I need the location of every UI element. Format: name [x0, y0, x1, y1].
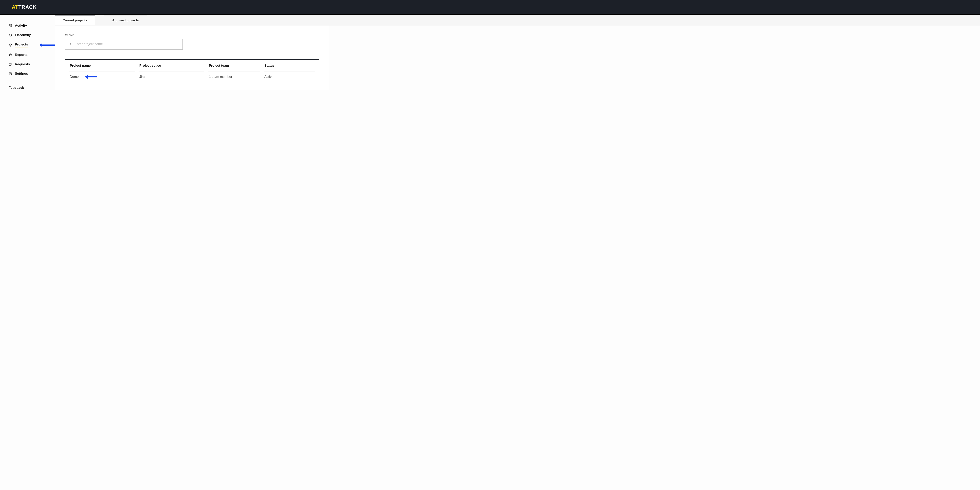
nav-label: Reports	[15, 53, 27, 57]
content: Search Project name Project space Projec…	[55, 25, 329, 90]
sidebar-item-projects[interactable]: Projects	[6, 40, 55, 50]
logo-highlight: AT	[12, 4, 18, 10]
project-team: 1 team member	[208, 72, 260, 82]
projects-table: Project name Project space Project team …	[65, 59, 319, 82]
svg-line-5	[10, 35, 11, 35]
svg-rect-1	[11, 24, 11, 25]
sidebar-item-activity[interactable]: Activity	[6, 21, 55, 30]
nav-label: Requests	[15, 62, 30, 66]
table-row[interactable]: Demo Jira 1 team member Active	[69, 72, 315, 82]
column-header-status: Status	[264, 60, 315, 72]
project-space: Jira	[138, 72, 204, 82]
svg-marker-6	[9, 44, 11, 45]
grid-icon	[9, 24, 12, 27]
request-icon	[9, 62, 12, 66]
pie-chart-icon	[9, 53, 12, 57]
svg-rect-2	[9, 26, 10, 27]
column-header-space: Project space	[138, 60, 204, 72]
nav-label: Activity	[15, 24, 27, 28]
svg-rect-3	[11, 26, 11, 27]
annotation-arrow	[39, 43, 55, 47]
main: Current projects Archived projects Searc…	[55, 15, 980, 490]
layers-icon	[9, 43, 12, 47]
svg-point-10	[10, 73, 11, 74]
svg-rect-7	[10, 63, 11, 65]
search-icon	[68, 43, 72, 46]
search-box	[65, 38, 183, 49]
search-input[interactable]	[65, 38, 183, 49]
column-header-name: Project name	[69, 60, 135, 72]
gauge-icon	[9, 33, 12, 37]
search-label: Search	[65, 33, 319, 37]
nav-label: Effectivity	[15, 33, 31, 37]
logo-text: TRACK	[18, 4, 37, 10]
sidebar-item-settings[interactable]: Settings	[6, 69, 55, 78]
logo: ATTRACK	[12, 4, 37, 10]
nav-label: Settings	[15, 72, 28, 76]
nav-label: Feedback	[9, 86, 24, 89]
project-status: Active	[264, 72, 315, 82]
sidebar-item-reports[interactable]: Reports	[6, 50, 55, 60]
tab-archived-projects[interactable]: Archived projects	[104, 15, 146, 25]
tab-current-projects[interactable]: Current projects	[55, 15, 95, 25]
annotation-arrow	[85, 75, 97, 79]
column-header-team: Project team	[208, 60, 260, 72]
sidebar: Activity Effectivity Projects Reports	[0, 15, 55, 490]
sidebar-item-feedback[interactable]: Feedback	[6, 83, 55, 92]
nav-label: Projects	[15, 43, 28, 48]
tabs: Current projects Archived projects	[55, 15, 980, 25]
header: ATTRACK	[0, 0, 980, 15]
svg-rect-8	[9, 64, 11, 65]
svg-rect-0	[9, 24, 10, 25]
svg-point-11	[69, 43, 70, 45]
tab-label: Current projects	[63, 19, 87, 22]
tab-label: Archived projects	[112, 19, 138, 22]
gear-icon	[9, 72, 12, 75]
page-body: Activity Effectivity Projects Reports	[0, 15, 980, 490]
project-name: Demo	[70, 75, 79, 79]
sidebar-item-requests[interactable]: Requests	[6, 60, 55, 69]
svg-line-12	[70, 45, 71, 45]
sidebar-item-effectivity[interactable]: Effectivity	[6, 30, 55, 40]
